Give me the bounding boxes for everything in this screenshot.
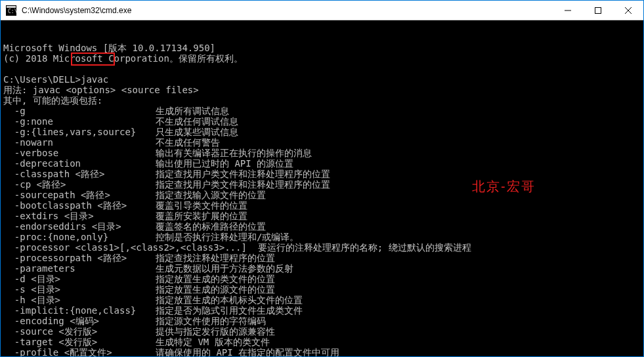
watermark-text: 北京-宏哥 bbox=[472, 181, 536, 192]
window-controls bbox=[553, 1, 643, 20]
cmd-icon: C:\ bbox=[6, 5, 16, 16]
window-titlebar: C:\ C:\Windows\system32\cmd.exe bbox=[1, 1, 643, 20]
option-line: -profile <配置文件>请确保使用的 API 在指定的配置文件中可用 bbox=[3, 347, 641, 356]
option-line: -target <发行版>生成特定 VM 版本的类文件 bbox=[3, 337, 641, 347]
prompt-line: C:\Users\DELL>javac bbox=[3, 74, 641, 85]
usage-line: 用法: javac <options> <source files> bbox=[3, 85, 641, 95]
option-line: -proc:{none,only}控制是否执行注释处理和/或编译。 bbox=[3, 232, 641, 242]
option-line: -source <发行版>提供与指定发行版的源兼容性 bbox=[3, 326, 641, 337]
option-line: -g生成所有调试信息 bbox=[3, 106, 641, 116]
option-line: -s <目录>指定放置生成的源文件的位置 bbox=[3, 284, 641, 295]
terminal-output[interactable]: Microsoft Windows [版本 10.0.17134.950](c)… bbox=[1, 20, 643, 356]
option-line: -d <目录>指定放置生成的类文件的位置 bbox=[3, 274, 641, 284]
option-line: -g:none不生成任何调试信息 bbox=[3, 116, 641, 127]
window-title: C:\Windows\system32\cmd.exe bbox=[20, 6, 553, 15]
option-line: -processor <class1>[,<class2>,<class3>..… bbox=[3, 242, 641, 253]
terminal-header-line: Microsoft Windows [版本 10.0.17134.950] bbox=[3, 43, 641, 53]
terminal-header-line bbox=[3, 64, 641, 74]
option-line: -deprecation输出使用已过时的 API 的源位置 bbox=[3, 158, 641, 169]
option-line: -parameters生成元数据以用于方法参数的反射 bbox=[3, 263, 641, 274]
maximize-button[interactable] bbox=[583, 1, 613, 20]
svg-text:C:\: C:\ bbox=[8, 9, 16, 14]
option-line: -extdirs <目录>覆盖所安装扩展的位置 bbox=[3, 211, 641, 221]
option-line: -implicit:{none,class}指定是否为隐式引用文件生成类文件 bbox=[3, 305, 641, 316]
close-button[interactable] bbox=[613, 1, 643, 20]
option-line: -encoding <编码>指定源文件使用的字符编码 bbox=[3, 316, 641, 326]
option-line: -processorpath <路径>指定查找注释处理程序的位置 bbox=[3, 253, 641, 263]
svg-rect-4 bbox=[595, 7, 601, 13]
option-line: -g:{lines,vars,source}只生成某些调试信息 bbox=[3, 127, 641, 137]
terminal-header-line: (c) 2018 Microsoft Corporation。保留所有权利。 bbox=[3, 53, 641, 64]
svg-rect-1 bbox=[7, 6, 16, 8]
option-line: -classpath <路径>指定查找用户类文件和注释处理程序的位置 bbox=[3, 169, 641, 179]
option-line: -nowarn不生成任何警告 bbox=[3, 137, 641, 148]
option-line: -verbose输出有关编译器正在执行的操作的消息 bbox=[3, 148, 641, 158]
option-line: -bootclasspath <路径>覆盖引导类文件的位置 bbox=[3, 200, 641, 211]
option-line: -cp <路径>指定查找用户类文件和注释处理程序的位置 bbox=[3, 179, 641, 190]
option-line: -endorseddirs <目录>覆盖签名的标准路径的位置 bbox=[3, 221, 641, 232]
usage-line: 其中, 可能的选项包括: bbox=[3, 95, 641, 106]
minimize-button[interactable] bbox=[553, 1, 583, 20]
option-line: -h <目录>指定放置生成的本机标头文件的位置 bbox=[3, 295, 641, 305]
option-line: -sourcepath <路径>指定查找输入源文件的位置 bbox=[3, 190, 641, 200]
